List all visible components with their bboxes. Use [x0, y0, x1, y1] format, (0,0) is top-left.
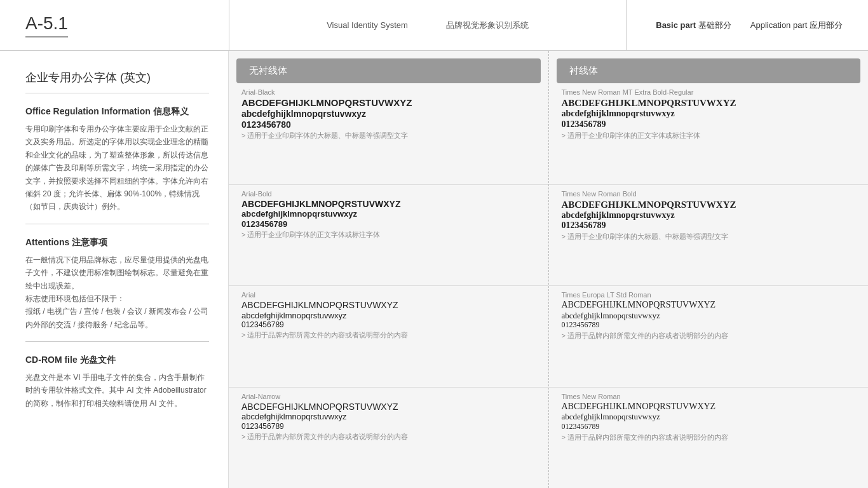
font-lowercase: abcdefghijklmnopqrstuvwxyz: [241, 412, 536, 422]
header-right: Basic part 基础部分 Application part 应用部分: [627, 20, 843, 31]
sidebar-sections: Office Regulation Information 信息释义专用印刷字体…: [25, 106, 209, 410]
font-uppercase: ABCDEFGHIJKLMNOPQRSTUVWXYZ: [562, 97, 856, 109]
font-desc: > 适用于企业印刷字体的正文字体或标注字体: [241, 230, 536, 240]
header-center-top: Visual Identity System 品牌视觉形象识别系统: [327, 20, 529, 31]
font-lowercase: abcdefghijklmnopqrstuvwxyz: [241, 209, 536, 219]
font-name: Times Europa LT Std Roman: [562, 291, 856, 299]
font-entry-0: Times New Roman MT Extra Bold-RegularABC…: [549, 83, 869, 185]
sidebar-divider: [25, 224, 209, 224]
font-lowercase: abcdefghijklmnopqrstuvwxyz: [562, 412, 856, 422]
font-nums: 0123456789: [241, 320, 536, 329]
sans-entries: Arial-BlackABCDEFGHIJKLMNOPQRSTUVWXYZabc…: [229, 83, 548, 488]
font-lowercase: abcdefghijklmnopqrstuvwxyz: [562, 109, 856, 119]
font-uppercase: ABCDEFGHIJKLMNOPQRSTUVWXYZ: [241, 402, 536, 412]
font-desc: > 适用于企业印刷字体的正文字体或标注字体: [562, 131, 856, 140]
font-entry-3: Arial-NarrowABCDEFGHIJKLMNOPQRSTUVWXYZab…: [229, 388, 548, 489]
page-header: A-5.1 Visual Identity System 品牌视觉形象识别系统 …: [0, 0, 868, 51]
font-uppercase: ABCDEFGHIJKLMNOPQRSTUVWXYZ: [562, 300, 856, 311]
font-desc: > 适用于品牌内部所需文件的内容或者说明部分的内容: [241, 330, 536, 340]
sidebar-title: 企业专用办公字体 (英文): [25, 70, 209, 93]
font-name: Times New Roman Bold: [562, 190, 856, 198]
font-nums: 0123456789: [241, 219, 536, 229]
font-lowercase: abcdefghijklmnopqrstuvwxyz: [241, 311, 536, 321]
font-name: Arial: [241, 291, 536, 299]
section-body-2: 光盘文件是本 VI 手册电子文件的集合，内含手册制作时的专用软件格式文件。其中 …: [25, 371, 209, 410]
font-uppercase: ABCDEFGHIJKLMNOPQRSTUVWXYZ: [562, 402, 856, 412]
sidebar-section-0: Office Regulation Information 信息释义专用印刷字体…: [25, 106, 209, 214]
font-nums: 0123456789: [562, 119, 856, 130]
sidebar-section-2: CD-ROM file 光盘文件光盘文件是本 VI 手册电子文件的集合，内含手册…: [25, 341, 209, 410]
sans-column: 无衬线体 Arial-BlackABCDEFGHIJKLMNOPQRSTUVWX…: [229, 51, 549, 488]
sans-header: 无衬线体: [236, 58, 541, 83]
section-body-1: 在一般情况下使用品牌标志，应尽量使用提供的光盘电子文件，不建议使用标准制图绘制标…: [25, 254, 209, 331]
nav-basic[interactable]: Basic part 基础部分: [656, 20, 731, 31]
header-center: Visual Identity System 品牌视觉形象识别系统: [229, 0, 627, 50]
nav-application[interactable]: Application part 应用部分: [750, 20, 843, 31]
font-uppercase: ABCDEFGHIJKLMNOPQRSTUVWXYZ: [241, 97, 536, 109]
font-nums: 0123456789: [562, 320, 856, 330]
font-uppercase: ABCDEFGHIJKLMNOPQRSTUVWXYZ: [562, 199, 856, 210]
font-lowercase: abcdefghijklmnopqrstuvwxyz: [562, 210, 856, 221]
sidebar: 企业专用办公字体 (英文) Office Regulation Informat…: [0, 51, 229, 488]
sidebar-section-1: Attentions 注意事项在一般情况下使用品牌标志，应尽量使用提供的光盘电子…: [25, 224, 209, 331]
font-lowercase: abcdefghijklmnopqrstuvwxyz: [562, 311, 856, 321]
header-left: A-5.1: [25, 13, 229, 37]
font-name: Arial-Bold: [241, 190, 536, 198]
font-uppercase: ABCDEFGHIJKLMNOPQRSTUVWXYZ: [241, 199, 536, 210]
font-nums: 0123456789: [562, 422, 856, 431]
serif-column: 衬线体 Times New Roman MT Extra Bold-Regula…: [549, 51, 869, 488]
font-entry-3: Times New RomanABCDEFGHIJKLMNOPQRSTUVWXY…: [549, 388, 869, 489]
font-uppercase: ABCDEFGHIJKLMNOPQRSTUVWXYZ: [241, 300, 536, 311]
section-heading-1: Attentions 注意事项: [25, 237, 209, 248]
section-body-0: 专用印刷字体和专用办公字体主要应用于企业文献的正文及实务用品。所选定的字体用以实…: [25, 123, 209, 214]
font-desc: > 适用于品牌内部所需文件的内容或者说明部分的内容: [562, 331, 856, 341]
vis-title-cn: 品牌视觉形象识别系统: [446, 20, 529, 31]
section-heading-2: CD-ROM file 光盘文件: [25, 355, 209, 366]
serif-header: 衬线体: [557, 58, 861, 83]
font-desc: > 适用于品牌内部所需文件的内容或者说明部分的内容: [562, 433, 856, 442]
vis-title-en: Visual Identity System: [327, 20, 408, 30]
font-entry-1: Times New Roman BoldABCDEFGHIJKLMNOPQRST…: [549, 185, 869, 287]
font-desc: > 适用于企业印刷字体的大标题、中标题等强调型文字: [562, 232, 856, 241]
font-nums: 0123456789: [241, 422, 536, 431]
font-lowercase: abcdefghijklmnopqrstuvwxyz: [241, 109, 536, 119]
font-entry-1: Arial-BoldABCDEFGHIJKLMNOPQRSTUVWXYZabcd…: [229, 185, 548, 287]
font-desc: > 适用于企业印刷字体的大标题、中标题等强调型文字: [241, 131, 536, 140]
serif-entries: Times New Roman MT Extra Bold-RegularABC…: [549, 83, 869, 488]
font-nums: 0123456789: [562, 220, 856, 231]
font-name: Times New Roman: [562, 393, 856, 400]
font-name: Times New Roman MT Extra Bold-Regular: [562, 88, 856, 96]
page-code: A-5.1: [25, 13, 68, 37]
font-entry-2: ArialABCDEFGHIJKLMNOPQRSTUVWXYZabcdefghi…: [229, 286, 548, 388]
font-entry-0: Arial-BlackABCDEFGHIJKLMNOPQRSTUVWXYZabc…: [229, 83, 548, 185]
font-name: Arial-Black: [241, 88, 536, 96]
font-area: 无衬线体 Arial-BlackABCDEFGHIJKLMNOPQRSTUVWX…: [229, 51, 868, 488]
font-nums: 0123456780: [241, 119, 536, 130]
main-content: 企业专用办公字体 (英文) Office Regulation Informat…: [0, 51, 868, 488]
font-name: Arial-Narrow: [241, 393, 536, 400]
section-heading-0: Office Regulation Information 信息释义: [25, 106, 209, 118]
font-entry-2: Times Europa LT Std RomanABCDEFGHIJKLMNO…: [549, 286, 869, 388]
font-desc: > 适用于品牌内部所需文件的内容或者说明部分的内容: [241, 432, 536, 442]
sidebar-divider: [25, 341, 209, 342]
